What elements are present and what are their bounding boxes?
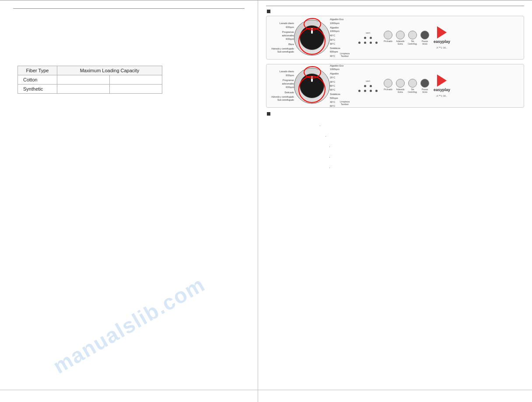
button-prclvado[interactable] [384, 31, 392, 39]
panel-diagram-1: Lavado diario600rpm Programasadicionales… [266, 16, 524, 60]
panel-row-1: Lavado diario600rpm Programasadicionales… [270, 18, 520, 58]
table-row: Cotton [18, 75, 162, 85]
synthetic-v2 [110, 85, 162, 94]
dot-8 [370, 85, 372, 87]
section-bullet-2 [266, 112, 524, 118]
fiber-cotton: Cotton [18, 75, 57, 85]
dot-2 [370, 37, 372, 39]
mid-section-2: vert [358, 80, 378, 92]
label-temp-20: 20°C [330, 76, 354, 79]
btn-prclvado-2: Prclvado [383, 79, 393, 93]
buttons-row-2: Prclvado Adarado Extra Sin Centrifug. [383, 79, 430, 93]
capacity-table: Fiber Type Maximum Loading Capacity Cott… [18, 66, 162, 94]
knob-inner-2 [300, 74, 324, 98]
bottom-strip-left [0, 390, 258, 402]
knob-inner-1 [300, 25, 324, 50]
btn-pausa-2: Pausa Inicio [420, 79, 430, 93]
label-temp-40: 40°C [330, 34, 354, 37]
button-pausa[interactable] [420, 31, 429, 39]
panel-diagram-2: Lavado diario600rpm Programaradicionales… [266, 64, 524, 108]
knob-left-labels-2: Lavado diario600rpm Programaradicionales… [270, 70, 294, 102]
content-line-2: · [275, 133, 515, 140]
col-max-loading: Maximum Loading Capacity [57, 66, 162, 75]
dot-7 [364, 85, 366, 87]
mid-text-1: vert [366, 32, 370, 34]
btn-label-adarado: Adarado Extra [395, 40, 406, 45]
dots-row-1a [364, 37, 372, 39]
knob-ring-1 [294, 20, 330, 56]
buttons-row-1: Prclvado Adarado Extra Sin Centrifug. [383, 31, 430, 45]
col-fiber-type: Fiber Type [18, 66, 57, 75]
knob-ring-2 [294, 68, 330, 104]
button-pausa-2[interactable] [420, 79, 429, 88]
bottom-label-1: LimpiezaTambor [340, 52, 350, 57]
button-adarado[interactable] [396, 31, 405, 39]
dot-3 [358, 42, 360, 44]
content-line-1: · [275, 123, 515, 130]
dots-row-2a [364, 85, 372, 87]
btn-label-prclvado: Prclvado [383, 40, 393, 42]
button-sin[interactable] [408, 31, 417, 39]
label-temp-90-2: 90°C [330, 88, 354, 92]
cotton-v2 [110, 75, 162, 85]
right-section-1: Prclvado Adarado Extra Sin Centrifug. [383, 31, 430, 45]
label-sinteticos-2: Sintéticos500rpm [330, 92, 354, 100]
dot-6 [375, 42, 378, 44]
panel-row-2: Lavado diario600rpm Programaradicionales… [270, 64, 520, 108]
play-icon-1 [437, 26, 447, 39]
bullet-icon-2 [267, 112, 270, 116]
button-adarado-2[interactable] [396, 79, 405, 88]
label-algodon-eco-2: Algodón Eco1000rpm [330, 64, 354, 71]
label-temp-90: 90°C [330, 42, 354, 46]
table-row: Synthetic [18, 85, 162, 94]
content-line-3: · [275, 144, 515, 151]
watermark: manualslib.com [49, 272, 209, 378]
fiber-synthetic: Synthetic [18, 85, 57, 94]
dot-5 [370, 42, 372, 44]
play-icon-2 [437, 74, 447, 87]
label-delicado: Delicado [270, 91, 294, 94]
knob-left-labels-1: Lavado diario600rpm Programasadicionales… [270, 21, 294, 54]
label-algodon-eco: Algodón Eco1000rpm [330, 18, 354, 25]
content-line-4: · [275, 154, 515, 161]
dot-12 [375, 90, 378, 92]
right-section-2: Prclvado Adarado Extra Sin Centrifug. [383, 79, 430, 93]
dot-1 [364, 37, 366, 39]
btn-adarado: Adarado Extra [395, 31, 406, 45]
btn-label-adarado-2: Adarado Extra [395, 88, 406, 93]
right-column: Lavado diario600rpm Programasadicionales… [258, 0, 532, 390]
dot-11 [370, 90, 372, 92]
dot-9 [358, 90, 360, 92]
dots-row-1b [358, 42, 378, 44]
mid-text-2: vert [366, 80, 370, 82]
btn-label-pausa: Pausa Inicio [420, 40, 430, 45]
easyplay-text-2: easyplay [434, 88, 450, 92]
label-blure: Blure [270, 42, 294, 46]
knob-wrapper-2 [294, 68, 330, 104]
dot-10 [364, 90, 366, 92]
label-adrondo: Adrondo y centrifugadoSub-centrifugado [270, 95, 294, 102]
mid-section-1: vert [358, 32, 378, 44]
btn-sin-2: Sin Centrifug. [407, 79, 418, 93]
btn-label-sin: Sin Centrifug. [407, 40, 418, 45]
knob-wrapper-1 [294, 20, 330, 56]
easyplay-logo-1: easyplay A™1 00.. [434, 26, 450, 49]
label-algodon: Algodón1000rpm [330, 26, 354, 33]
btn-label-prclvado-2: Prclvado [383, 88, 393, 91]
label-algodon-2: Algodón [330, 72, 354, 75]
cotton-v1 [57, 75, 110, 85]
btn-adarado-2: Adarado Extra [395, 79, 406, 93]
dot-4 [364, 42, 366, 44]
model-text-1: A™1 00.. [437, 46, 448, 49]
label-programar: Programaradicionales600rpm [270, 78, 294, 89]
bottom-strip [0, 390, 532, 402]
section-bullet-1 [266, 10, 524, 16]
bottom-strip-right [258, 390, 532, 402]
button-prclvado-2[interactable] [384, 79, 392, 88]
section-content: · · · · [266, 118, 524, 176]
right-top-divider [266, 6, 524, 6]
easyplay-text-1: easyplay [434, 39, 450, 44]
knob-outer-2 [294, 68, 330, 104]
left-column: Fiber Type Maximum Loading Capacity Cott… [0, 0, 258, 390]
button-sin-2[interactable] [408, 79, 417, 88]
